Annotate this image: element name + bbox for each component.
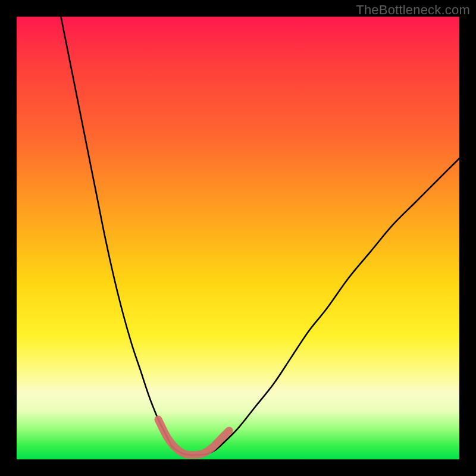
plot-area — [17, 17, 459, 459]
chart-frame: TheBottleneck.com — [0, 0, 476, 476]
optimal-range-highlight — [158, 419, 229, 455]
curve-layer — [17, 17, 459, 459]
bottleneck-curve — [61, 17, 459, 455]
watermark-text: TheBottleneck.com — [356, 2, 470, 18]
